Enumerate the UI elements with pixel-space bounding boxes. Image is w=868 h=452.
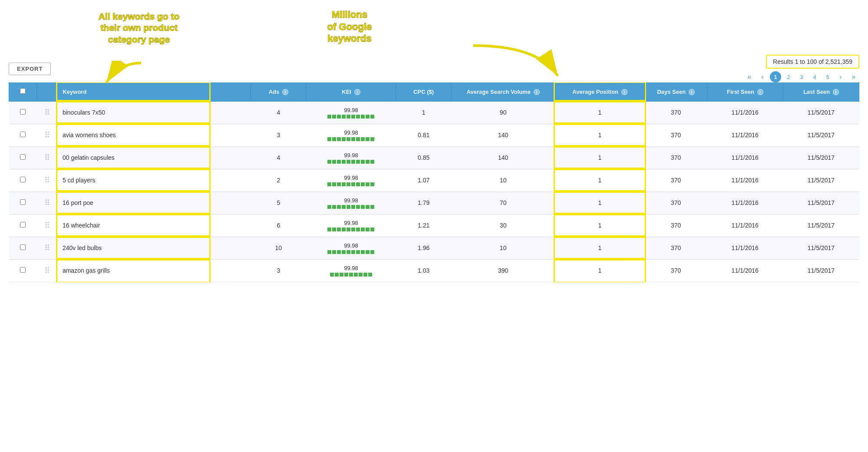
first-seen-cell: 11/1/2016 bbox=[707, 259, 783, 282]
spacer-cell bbox=[209, 169, 251, 191]
ads-cell: 2 bbox=[251, 169, 306, 191]
drag-handle-icon[interactable]: ⠿ bbox=[44, 153, 50, 162]
last-seen-cell: 11/5/2017 bbox=[783, 259, 859, 282]
kei-bar-segment bbox=[361, 182, 365, 186]
kei-bar-segment bbox=[354, 273, 358, 277]
kei-cell-inner: 99.98 bbox=[310, 175, 393, 186]
row-checkbox[interactable] bbox=[20, 244, 26, 250]
annotation-center-line3: keywords bbox=[327, 33, 372, 44]
ads-info-icon[interactable]: i bbox=[282, 89, 288, 95]
row-checkbox[interactable] bbox=[20, 177, 26, 182]
row-checkbox[interactable] bbox=[20, 109, 26, 115]
kei-bar-segment bbox=[356, 250, 360, 254]
row-checkbox[interactable] bbox=[20, 199, 26, 205]
table-row: ⠿binoculars 7x504 99.98 190137011/1/2016… bbox=[9, 101, 859, 124]
cpc-cell: 1.21 bbox=[396, 214, 451, 237]
drag-handle-cell: ⠿ bbox=[36, 146, 57, 169]
kei-bar-segment bbox=[347, 205, 350, 209]
th-avg-search-vol: Average Search Volume i bbox=[451, 83, 555, 102]
kei-bar-segment bbox=[340, 273, 343, 277]
ls-info-icon[interactable]: i bbox=[833, 89, 839, 95]
days-seen-cell: 370 bbox=[645, 169, 707, 191]
kei-bar-segment bbox=[368, 273, 372, 277]
th-avg-position: Average Position i bbox=[555, 83, 645, 102]
avg-search-vol-cell: 90 bbox=[451, 101, 555, 124]
th-days-seen: Days Seen i bbox=[645, 83, 707, 102]
spacer-cell bbox=[209, 101, 251, 124]
page-3-btn[interactable]: 3 bbox=[796, 71, 807, 82]
drag-handle-icon[interactable]: ⠿ bbox=[44, 266, 50, 275]
annotation-center-line2: of Google bbox=[327, 21, 372, 32]
keyword-cell: amazon gas grills bbox=[57, 259, 209, 282]
kei-info-icon[interactable]: i bbox=[354, 89, 360, 95]
row-checkbox-cell bbox=[9, 259, 37, 282]
page-next-btn[interactable]: › bbox=[835, 71, 846, 82]
avg-position-cell: 1 bbox=[555, 146, 645, 169]
kei-bar-segment bbox=[347, 137, 350, 141]
kei-bar-segment bbox=[337, 182, 341, 186]
drag-handle-icon[interactable]: ⠿ bbox=[44, 108, 50, 117]
kei-cell-inner: 99.98 bbox=[310, 107, 393, 119]
cpc-cell: 1.07 bbox=[396, 169, 451, 191]
pagination-area: Results 1 to 100 of 2,521,359 « ‹ 1 2 3 … bbox=[744, 55, 859, 82]
drag-handle-icon[interactable]: ⠿ bbox=[44, 244, 50, 252]
kei-bar-segment bbox=[370, 250, 374, 254]
last-seen-cell: 11/5/2017 bbox=[783, 237, 859, 259]
ls-header-label: Last Seen bbox=[803, 89, 830, 95]
drag-handle-icon[interactable]: ⠿ bbox=[44, 198, 50, 207]
days-seen-cell: 370 bbox=[645, 124, 707, 146]
kei-bar-segment bbox=[332, 228, 336, 231]
row-checkbox[interactable] bbox=[20, 132, 26, 137]
data-table-wrapper: Keyword Ads i KEI i CPC ($) Average Sear… bbox=[9, 82, 859, 282]
kei-bar-segment bbox=[370, 182, 374, 186]
select-all-checkbox[interactable] bbox=[20, 88, 26, 94]
export-button[interactable]: EXPORT bbox=[9, 63, 51, 75]
th-checkbox[interactable] bbox=[9, 83, 37, 102]
kei-cell-inner: 99.98 bbox=[310, 220, 393, 231]
asv-info-icon[interactable]: i bbox=[534, 89, 540, 95]
kei-bar-segment bbox=[327, 137, 331, 141]
cpc-cell: 1.96 bbox=[396, 237, 451, 259]
spacer-cell bbox=[209, 191, 251, 214]
ap-info-icon[interactable]: i bbox=[621, 89, 627, 95]
fs-info-icon[interactable]: i bbox=[757, 89, 763, 95]
kei-bar-segment bbox=[356, 160, 360, 164]
page-prev-btn[interactable]: ‹ bbox=[757, 71, 768, 82]
kei-bar-segment bbox=[351, 160, 355, 164]
avg-search-vol-cell: 390 bbox=[451, 259, 555, 282]
row-checkbox[interactable] bbox=[20, 222, 26, 228]
last-seen-cell: 11/5/2017 bbox=[783, 101, 859, 124]
keyword-cell: 240v led bulbs bbox=[57, 237, 209, 259]
drag-handle-icon[interactable]: ⠿ bbox=[44, 221, 50, 230]
table-row: ⠿amazon gas grills3 99.98 1.03390137011/… bbox=[9, 259, 859, 282]
kei-bar-segment bbox=[332, 160, 336, 164]
table-row: ⠿16 port poe5 99.98 1.7970137011/1/20161… bbox=[9, 191, 859, 214]
page-5-btn[interactable]: 5 bbox=[822, 71, 833, 82]
page-last-btn[interactable]: » bbox=[848, 71, 859, 82]
kei-bar-segment bbox=[370, 160, 374, 164]
kei-bar-segment bbox=[327, 182, 331, 186]
annotation-left-line2: their own product bbox=[100, 23, 177, 33]
kei-bar-segment bbox=[327, 115, 331, 119]
keyword-cell: 16 port poe bbox=[57, 191, 209, 214]
page-1-btn[interactable]: 1 bbox=[770, 71, 781, 82]
ds-info-icon[interactable]: i bbox=[689, 89, 695, 95]
kei-bar bbox=[327, 228, 374, 231]
kei-bar-segment bbox=[332, 137, 336, 141]
avg-search-vol-cell: 10 bbox=[451, 169, 555, 191]
first-seen-cell: 11/1/2016 bbox=[707, 146, 783, 169]
page-2-btn[interactable]: 2 bbox=[783, 71, 794, 82]
row-checkbox[interactable] bbox=[20, 154, 26, 160]
ads-cell: 3 bbox=[251, 259, 306, 282]
keyword-cell: 16 wheelchair bbox=[57, 214, 209, 237]
kei-bar-segment bbox=[349, 273, 353, 277]
table-row: ⠿16 wheelchair6 99.98 1.2130137011/1/201… bbox=[9, 214, 859, 237]
drag-handle-icon[interactable]: ⠿ bbox=[44, 131, 50, 139]
page-4-btn[interactable]: 4 bbox=[809, 71, 820, 82]
kei-value: 99.98 bbox=[344, 175, 358, 181]
drag-handle-cell: ⠿ bbox=[36, 191, 57, 214]
row-checkbox[interactable] bbox=[20, 267, 26, 273]
drag-handle-icon[interactable]: ⠿ bbox=[44, 176, 50, 185]
page-first-btn[interactable]: « bbox=[744, 71, 755, 82]
avg-position-cell: 1 bbox=[555, 237, 645, 259]
